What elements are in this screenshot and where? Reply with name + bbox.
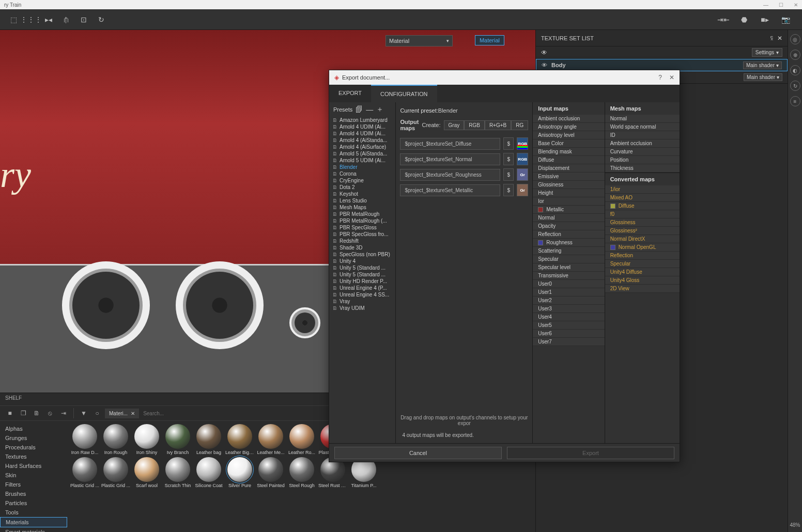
- material-item[interactable]: Leather Me...: [256, 424, 285, 455]
- output-name-field[interactable]: $project_$textureSet_Diffuse: [400, 138, 500, 150]
- material-item[interactable]: Iron Raw D...: [70, 424, 99, 455]
- preset-item[interactable]: 🗎Arnold 4 UDIM (Ai...: [329, 130, 395, 137]
- input-map-item[interactable]: Anisotropy angle: [533, 123, 604, 131]
- variable-button[interactable]: $: [503, 137, 514, 150]
- preset-item[interactable]: 🗎Arnold 5 UDIM (Ai...: [329, 157, 395, 164]
- visibility-all-icon[interactable]: 👁: [541, 49, 547, 56]
- settings-button[interactable]: Settings▾: [752, 48, 782, 57]
- shelf-category[interactable]: Smart materials: [0, 527, 67, 532]
- create-map-button[interactable]: RG: [511, 120, 528, 130]
- material-item[interactable]: Scarf wool: [132, 457, 161, 488]
- mesh-map-item[interactable]: Ambient occlusion: [605, 139, 680, 148]
- close-icon[interactable]: ✕: [131, 411, 135, 416]
- preset-item[interactable]: 🗎Redshift: [329, 238, 395, 244]
- input-map-item[interactable]: Base Color: [533, 139, 604, 148]
- input-map-item[interactable]: Specular level: [533, 263, 604, 272]
- input-map-item[interactable]: Roughness: [533, 239, 604, 247]
- shelf-category[interactable]: Skin: [0, 471, 67, 480]
- input-map-item[interactable]: Height: [533, 189, 604, 197]
- input-map-item[interactable]: Reflection: [533, 230, 604, 239]
- shelf-category[interactable]: Textures: [0, 452, 67, 461]
- input-map-item[interactable]: Transmissive: [533, 272, 604, 280]
- preset-add-icon[interactable]: ＋: [376, 105, 383, 114]
- shelf-category[interactable]: Materials: [0, 517, 67, 527]
- sidetool-history-icon[interactable]: ↻: [790, 81, 800, 91]
- input-map-item[interactable]: Anisotropy level: [533, 131, 604, 139]
- viewport-material-label[interactable]: Material: [475, 35, 504, 45]
- preset-item[interactable]: 🗎CryEngine: [329, 177, 395, 184]
- shelf-save-icon[interactable]: 🗎: [31, 408, 42, 419]
- tool-camera-icon[interactable]: 📷: [778, 12, 793, 27]
- input-map-item[interactable]: Blending mask: [533, 148, 604, 156]
- converted-map-item[interactable]: 2D View: [605, 285, 680, 293]
- shelf-circle-icon[interactable]: ○: [91, 408, 103, 419]
- shader-dropdown[interactable]: Main shader ▾: [744, 73, 782, 81]
- channel-swatch[interactable]: RGB: [517, 137, 528, 150]
- converted-map-item[interactable]: 1/ior: [605, 185, 680, 194]
- material-item[interactable]: Iron Shiny: [132, 424, 161, 455]
- material-item[interactable]: Silicone Coat: [194, 457, 223, 488]
- converted-map-item[interactable]: Specular: [605, 260, 680, 268]
- material-item[interactable]: Steel Rough: [287, 457, 316, 488]
- preset-item[interactable]: 🗎Arnold 4 (AiSurface): [329, 144, 395, 150]
- preset-item[interactable]: 🗎Dota 2: [329, 184, 395, 191]
- input-map-item[interactable]: Specular: [533, 255, 604, 263]
- channel-swatch[interactable]: Gr: [517, 168, 528, 181]
- input-map-item[interactable]: Displacement: [533, 164, 604, 173]
- output-name-field[interactable]: $project_$textureSet_Roughness: [400, 169, 500, 181]
- input-map-item[interactable]: User2: [533, 296, 604, 305]
- output-name-field[interactable]: $project_$textureSet_Normal: [400, 153, 500, 165]
- shader-dropdown[interactable]: Main shader ▾: [743, 61, 782, 69]
- preset-item[interactable]: 🗎PBR MetalRough (...: [329, 217, 395, 224]
- dialog-help-icon[interactable]: ?: [658, 74, 662, 81]
- input-map-item[interactable]: User0: [533, 280, 604, 288]
- tab-export[interactable]: EXPORT: [329, 85, 371, 102]
- input-map-item[interactable]: User4: [533, 313, 604, 321]
- dialog-titlebar[interactable]: ◈ Export document... ? ✕: [329, 70, 680, 85]
- create-map-button[interactable]: Gray: [444, 120, 465, 130]
- input-map-item[interactable]: User3: [533, 305, 604, 313]
- tab-configuration[interactable]: CONFIGURATION: [371, 85, 437, 102]
- variable-button[interactable]: $: [503, 153, 514, 165]
- tool-bbox-icon[interactable]: ⬚: [6, 12, 21, 27]
- material-item[interactable]: Ivy Branch: [163, 424, 192, 455]
- converted-map-item[interactable]: Normal DirectX: [605, 235, 680, 243]
- preset-item[interactable]: 🗎Lens Studio: [329, 197, 395, 204]
- preset-item[interactable]: 🗎Vray UDIM: [329, 305, 395, 311]
- preset-item[interactable]: 🗎PBR MetalRough: [329, 211, 395, 217]
- window-minimize-icon[interactable]: —: [763, 2, 768, 8]
- mesh-map-item[interactable]: ID: [605, 131, 680, 139]
- panel-close-icon[interactable]: ✕: [777, 35, 782, 42]
- converted-map-item[interactable]: f0: [605, 210, 680, 218]
- preset-item[interactable]: 🗎Corona: [329, 170, 395, 177]
- export-button[interactable]: Export: [507, 447, 674, 459]
- material-item[interactable]: Plastic Grid ...: [70, 457, 99, 488]
- converted-map-item[interactable]: Glossiness: [605, 218, 680, 227]
- converted-map-item[interactable]: Normal OpenGL: [605, 243, 680, 252]
- output-name-field[interactable]: $project_$textureSet_Metallic: [400, 184, 500, 196]
- preset-item[interactable]: 🗎Mesh Maps: [329, 204, 395, 211]
- input-map-item[interactable]: Opacity: [533, 222, 604, 230]
- sidetool-layers-icon[interactable]: ◐: [790, 65, 800, 75]
- preset-item[interactable]: 🗎Unreal Engine 4 (P...: [329, 285, 395, 291]
- input-map-item[interactable]: User1: [533, 288, 604, 296]
- shelf-filter-icon[interactable]: ▼: [78, 408, 89, 419]
- create-map-button[interactable]: R+G+B: [485, 120, 511, 130]
- mesh-map-item[interactable]: Thickness: [605, 164, 680, 173]
- window-close-icon[interactable]: ✕: [794, 2, 798, 8]
- shelf-import-icon[interactable]: ⇥: [58, 408, 69, 419]
- converted-map-item[interactable]: Unity4 Gloss: [605, 276, 680, 285]
- shelf-category[interactable]: Filters: [0, 480, 67, 489]
- converted-map-item[interactable]: Reflection: [605, 252, 680, 260]
- input-map-item[interactable]: Emissive: [533, 173, 604, 181]
- preset-item[interactable]: 🗎Blender: [329, 164, 395, 170]
- variable-button[interactable]: $: [503, 184, 514, 196]
- material-item[interactable]: Leather Big ...: [225, 424, 254, 455]
- material-item[interactable]: Silver Pure: [225, 457, 254, 488]
- mesh-map-item[interactable]: Normal: [605, 115, 680, 123]
- tool-video-icon[interactable]: ■▸: [758, 12, 772, 27]
- shelf-hide-icon[interactable]: ⦸: [44, 408, 56, 419]
- input-map-item[interactable]: Normal: [533, 214, 604, 222]
- material-item[interactable]: Scratch Thin: [163, 457, 192, 488]
- preset-item[interactable]: 🗎Vray: [329, 298, 395, 305]
